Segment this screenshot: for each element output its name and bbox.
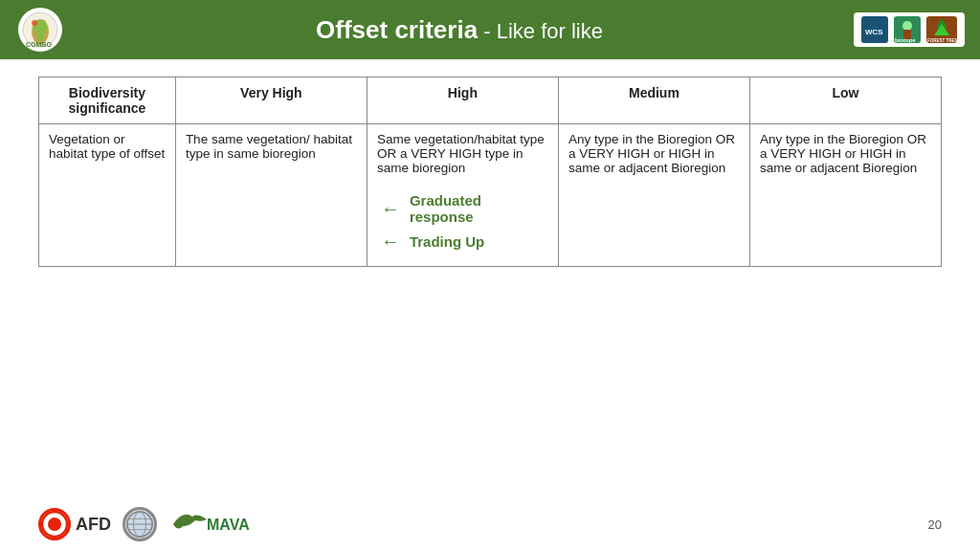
svg-text:WCS: WCS	[865, 28, 883, 36]
arrow-icon-2: ←	[381, 231, 400, 253]
arrow-item-2: ← Trading Up	[381, 231, 548, 253]
col-header-low: Low	[749, 77, 941, 124]
cell-medium: Any type in the Bioregion OR a VERY HIGH…	[558, 124, 749, 267]
col-header-high: High	[367, 77, 558, 124]
main-content: Biodiversity significance Very High High…	[0, 59, 980, 276]
trading-up-label: Trading Up	[410, 233, 484, 250]
cell-very-high: The same vegetation/ habitat type in sam…	[175, 124, 367, 267]
svg-point-8	[902, 21, 912, 31]
wcs-logo-icon: WCS	[861, 16, 888, 43]
svg-text:COMBO: COMBO	[26, 41, 52, 48]
forest-trends-logo-icon: FOREST TRENDS	[926, 16, 957, 43]
svg-text:FOREST TRENDS: FOREST TRENDS	[927, 38, 957, 43]
col-header-very-high: Very High	[175, 77, 367, 124]
combo-logo-container: COMBO	[15, 7, 65, 53]
criteria-table: Biodiversity significance Very High High…	[38, 77, 942, 267]
table-row: Vegetation or habitat type of offset The…	[39, 124, 942, 267]
combo-logo: COMBO	[18, 8, 62, 52]
graduated-response-label: Graduated response	[410, 192, 548, 225]
footer: AFD MAVA 20	[0, 505, 980, 543]
col-header-0: Biodiversity significance	[39, 77, 176, 124]
globe-icon	[122, 507, 157, 541]
mava-logo: MAVA	[168, 505, 264, 543]
page-number: 20	[928, 518, 942, 532]
row-label: Vegetation or habitat type of offset	[39, 124, 176, 267]
partner-logos: WCS biotope FOREST TRENDS	[854, 12, 965, 47]
arrow-item-1: ← Graduated response	[381, 192, 548, 225]
header: COMBO Offset criteria - Like for like WC…	[0, 0, 980, 59]
afd-circle-icon	[38, 508, 71, 540]
biotope-logo-icon: biotope	[894, 16, 921, 43]
svg-text:MAVA: MAVA	[207, 517, 250, 533]
table-header-row: Biodiversity significance Very High High…	[39, 77, 942, 124]
arrow-icon-1: ←	[381, 198, 400, 220]
svg-point-17	[48, 518, 61, 531]
header-title: Offset criteria - Like for like	[65, 15, 854, 45]
col-header-medium: Medium	[558, 77, 749, 124]
svg-text:biotope: biotope	[895, 37, 916, 43]
footer-logos: AFD MAVA	[38, 505, 264, 543]
mava-logo-icon: MAVA	[168, 505, 264, 543]
cell-low: Any type in the Bioregion OR a VERY HIGH…	[749, 124, 941, 267]
cell-high: Same vegetation/habitat type OR a VERY H…	[367, 124, 558, 267]
svg-point-3	[32, 20, 37, 26]
afd-text-label: AFD	[76, 515, 111, 535]
afd-logo: AFD	[38, 508, 111, 540]
arrow-section: ← Graduated response ← Trading Up	[377, 192, 548, 253]
